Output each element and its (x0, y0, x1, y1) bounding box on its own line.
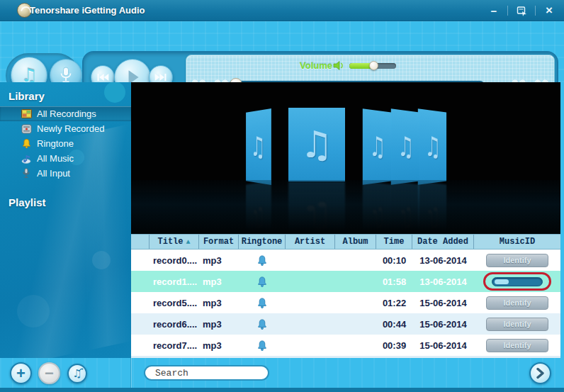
table-header: Title ▲ Format Ringtone Artist Album Tim… (131, 234, 560, 250)
coverflow-stage (131, 82, 560, 234)
search-box (144, 365, 269, 381)
arrow-icon (79, 367, 84, 372)
cell-format: mp3 (199, 250, 239, 271)
cell-date-added: 13-06-2014 (412, 250, 474, 271)
cell-format: mp3 (199, 292, 239, 313)
cell-artist (286, 335, 335, 356)
identify-button[interactable]: Identify (486, 318, 548, 331)
cell-date-added: 13-06-2014 (412, 271, 474, 292)
cell-format: mp3 (199, 313, 239, 335)
cell-album (335, 335, 376, 356)
header-title[interactable]: Title ▲ (150, 235, 199, 249)
header-musicid[interactable]: MusicID (474, 235, 560, 249)
sort-asc-icon: ▲ (186, 238, 191, 246)
microphone-icon (59, 67, 73, 84)
content-area: Title ▲ Format Ringtone Artist Album Tim… (131, 82, 560, 358)
cell-time: 00:44 (376, 313, 412, 335)
header-format[interactable]: Format (199, 235, 239, 249)
annotation-highlight (483, 272, 551, 291)
bell-icon (21, 138, 32, 150)
library-heading: Library (9, 90, 131, 102)
cell-artist (286, 313, 335, 335)
header-time[interactable]: Time (376, 235, 412, 249)
next-icon (154, 72, 168, 82)
cell-ringtone (239, 271, 286, 292)
album-card (246, 108, 271, 185)
decorative-circle (17, 295, 50, 327)
cell-date-added: 15-06-2014 (412, 292, 474, 313)
close-button[interactable]: × (540, 3, 558, 18)
cell-artist (286, 292, 335, 313)
identify-button[interactable]: Identify (486, 254, 548, 267)
cell-ringtone (239, 313, 286, 335)
cell-date-added: 15-06-2014 (412, 313, 474, 335)
cell-title: record7.... (150, 335, 199, 356)
sidebar-item-all-input[interactable]: All Input (0, 166, 131, 181)
app-window: Tenorshare iGetting Audio − × ♫ (0, 0, 564, 392)
table-row-selected[interactable]: record1.... mp3 01:58 13-06-2014 (131, 271, 560, 292)
sidebar-item-label: Ringtone (37, 138, 74, 149)
cell-ringtone (239, 292, 286, 313)
table-row[interactable]: record5.... mp3 01:22 15-06-2014 Identif… (131, 292, 560, 313)
sidebar-item-label: All Recordings (37, 108, 96, 119)
cell-title: record6.... (150, 313, 199, 335)
bell-icon[interactable] (256, 318, 268, 330)
volume-slider[interactable] (349, 63, 396, 69)
header-artist[interactable]: Artist (286, 235, 335, 249)
cell-artist (286, 271, 335, 292)
add-button[interactable]: + (10, 362, 32, 384)
recordings-icon (21, 108, 32, 120)
sidebar-item-newly-recorded[interactable]: Newly Recorded (0, 121, 131, 136)
cell-title: record1.... (150, 271, 199, 292)
header-album[interactable]: Album (335, 235, 376, 249)
header-ringtone[interactable]: Ringtone (239, 235, 286, 249)
titlebar-separator (507, 6, 508, 16)
volume-fill (349, 63, 373, 69)
playlist-heading: Playlist (9, 196, 131, 208)
window-frame-right (560, 82, 564, 358)
cell-time: 00:39 (376, 335, 412, 356)
search-input[interactable] (155, 368, 274, 379)
bell-icon[interactable] (256, 340, 268, 352)
recordings-table: Title ▲ Format Ringtone Artist Album Tim… (131, 234, 560, 358)
bell-icon[interactable] (256, 254, 268, 267)
table-row[interactable]: record7.... mp3 00:39 15-06-2014 Identif… (131, 335, 560, 356)
identify-button[interactable]: Identify (486, 339, 548, 352)
sidebar-item-all-recordings[interactable]: All Recordings (0, 106, 131, 121)
window-title: Tenorshare iGetting Audio (30, 0, 145, 21)
sidebar-item-ringtone[interactable]: Ringtone (0, 136, 131, 151)
bell-icon[interactable] (256, 297, 268, 309)
cell-album (335, 313, 376, 335)
bell-icon[interactable] (256, 276, 268, 288)
sidebar: Library All Recordings (0, 82, 131, 358)
album-card (363, 108, 391, 185)
player-toolbar: ♫ (0, 21, 564, 82)
sidebar-item-all-music[interactable]: All Music (0, 151, 131, 166)
chevron-right-icon (536, 367, 545, 379)
decorative-circle (92, 251, 111, 269)
cell-time: 01:58 (376, 271, 412, 292)
feedback-button[interactable] (512, 3, 531, 18)
next-page-button[interactable] (529, 362, 551, 384)
table-row[interactable]: record6.... mp3 00:44 15-06-2014 Identif… (131, 313, 560, 335)
titlebar-separator (535, 6, 536, 16)
cell-date-added: 15-06-2014 (412, 335, 474, 356)
header-date-added[interactable]: Date Added (412, 235, 474, 249)
cell-ringtone (239, 335, 286, 356)
music-note-icon (21, 153, 32, 164)
feedback-icon (517, 6, 527, 16)
cell-album (335, 250, 376, 271)
identify-button[interactable]: Identify (486, 296, 548, 310)
table-row[interactable]: record0.... mp3 00:10 13-06-2014 Identif… (131, 250, 560, 271)
volume-knob[interactable] (369, 61, 378, 70)
toolbar-divider (130, 358, 131, 388)
microphone-icon (21, 168, 32, 179)
minimize-button[interactable]: − (485, 3, 503, 18)
remove-button[interactable]: − (38, 362, 60, 384)
speaker-icon (333, 60, 345, 71)
make-ringtone-button[interactable]: ♫ (67, 364, 87, 383)
cell-time: 00:10 (376, 250, 412, 271)
reflection-fade (131, 180, 560, 234)
bottom-toolbar: + − ♫ (0, 358, 564, 388)
cell-album (335, 271, 376, 292)
